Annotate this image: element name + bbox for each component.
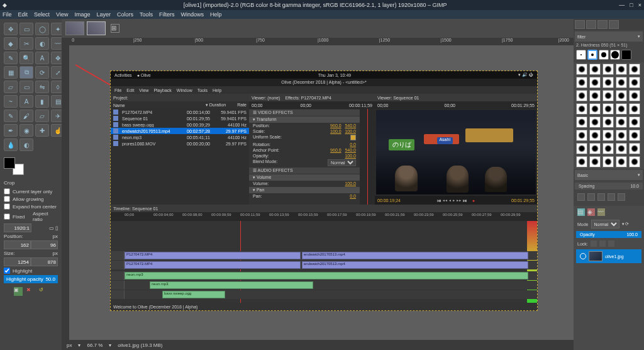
tool-opt-restore-icon[interactable]: ↺: [39, 287, 48, 296]
brush-item[interactable]: [589, 64, 601, 75]
paths-tab-icon[interactable]: 〰: [597, 208, 605, 216]
maximize-button[interactable]: □: [630, 2, 633, 8]
tool-warp[interactable]: ~: [4, 95, 18, 108]
brush-item[interactable]: [576, 103, 587, 115]
brush-preset[interactable]: [587, 50, 597, 60]
lock-position-icon[interactable]: [608, 240, 614, 247]
brush-item[interactable]: [616, 90, 627, 101]
brush-item[interactable]: [589, 77, 601, 88]
menu-windows[interactable]: Windows: [180, 11, 204, 18]
brush-item[interactable]: [629, 156, 640, 167]
tool-text[interactable]: A: [19, 95, 33, 108]
layer-opacity[interactable]: Opacity100.0: [576, 231, 641, 238]
brush-preset[interactable]: [621, 50, 631, 60]
tool-perspective[interactable]: ▭: [19, 81, 33, 93]
size-unit[interactable]: px: [53, 251, 58, 256]
brush-dock-tabs[interactable]: [574, 19, 644, 30]
tool-move[interactable]: ✥: [4, 23, 18, 35]
tool-clone[interactable]: ◉: [19, 124, 33, 137]
fg-bg-colors[interactable]: [4, 157, 24, 175]
tool-heal[interactable]: ✚: [35, 124, 49, 137]
tool-scissors[interactable]: ✂: [19, 37, 33, 50]
tool-flip[interactable]: ⇋: [35, 81, 49, 93]
brush-item[interactable]: [589, 156, 601, 167]
doc-tab-2[interactable]: [87, 21, 106, 35]
brush-item[interactable]: [602, 143, 614, 154]
brush-item[interactable]: [576, 90, 587, 101]
layer-dock-tabs[interactable]: ▤ ◈ 〰: [574, 206, 644, 218]
menu-tools[interactable]: Tools: [140, 11, 153, 18]
layers-tab-icon[interactable]: ▤: [577, 208, 585, 216]
pos-y-input[interactable]: 96: [31, 240, 58, 249]
brush-item[interactable]: [629, 77, 640, 88]
tool-zoom[interactable]: 🔍: [19, 52, 33, 64]
layer-visibility-icon[interactable]: [580, 253, 586, 259]
tool-shear[interactable]: ▱: [4, 81, 18, 93]
tool-bucket[interactable]: ▮: [35, 95, 49, 108]
brush-new-icon[interactable]: [587, 193, 595, 201]
main-menubar[interactable]: File Edit Select View Image Layer Colors…: [0, 10, 644, 19]
menu-image[interactable]: Image: [74, 11, 90, 18]
menu-file[interactable]: File: [3, 11, 12, 18]
brush-preset[interactable]: [576, 50, 586, 60]
brush-item[interactable]: [589, 103, 601, 115]
lock-alpha-icon[interactable]: [599, 240, 606, 247]
menu-select[interactable]: Select: [34, 11, 50, 18]
tool-color-select[interactable]: ◆: [4, 37, 18, 50]
menu-colors[interactable]: Colors: [117, 11, 133, 18]
brush-item[interactable]: [602, 156, 614, 167]
brushes-tab-icon[interactable]: [575, 20, 585, 29]
tool-free-select[interactable]: ◯: [35, 23, 49, 35]
position-unit[interactable]: px: [53, 234, 58, 239]
opt-current-layer[interactable]: [4, 188, 10, 195]
patterns-tab-icon[interactable]: [586, 20, 596, 29]
layer-name[interactable]: olive1.jpg: [605, 254, 624, 259]
brush-edit-icon[interactable]: [577, 193, 585, 201]
aspect-value-input[interactable]: 1920:1: [4, 223, 31, 232]
brush-item[interactable]: [602, 64, 614, 75]
canvas[interactable]: Activities ● Olive Thu Jan 3, 10:49 ▾ 🔊 …: [69, 45, 574, 340]
tool-paintbrush[interactable]: 🖌: [19, 110, 33, 122]
brush-item[interactable]: [616, 116, 627, 128]
opt-highlight[interactable]: [4, 268, 10, 274]
tool-rotate[interactable]: ⟳: [35, 66, 49, 79]
brush-item[interactable]: [576, 116, 587, 128]
brush-item[interactable]: [602, 103, 614, 115]
brush-grid[interactable]: [574, 62, 644, 169]
brush-item[interactable]: [576, 64, 587, 75]
tool-eraser[interactable]: ▱: [35, 110, 49, 122]
single-window-icon[interactable]: ⊞: [111, 24, 119, 33]
tool-measure[interactable]: A: [35, 52, 49, 64]
size-h-input[interactable]: 878: [31, 257, 58, 266]
brush-item[interactable]: [629, 116, 640, 128]
status-unit[interactable]: px: [67, 342, 72, 348]
opt-expand-center[interactable]: [4, 203, 10, 210]
brush-item[interactable]: [629, 130, 640, 141]
brush-item[interactable]: [602, 130, 614, 141]
brush-item[interactable]: [616, 103, 627, 115]
tool-ink[interactable]: ✒: [4, 124, 18, 137]
opt-allow-growing[interactable]: [4, 196, 10, 202]
layer-item[interactable]: olive1.jpg: [576, 249, 641, 263]
brush-item[interactable]: [616, 64, 627, 75]
brush-dup-icon[interactable]: [597, 193, 605, 201]
tool-rect-select[interactable]: ▭: [19, 23, 33, 35]
brush-item[interactable]: [616, 130, 627, 141]
brush-item[interactable]: [602, 116, 614, 128]
minimize-button[interactable]: —: [619, 2, 625, 8]
doc-tab-1[interactable]: [65, 21, 84, 35]
status-zoom[interactable]: 66.7 %: [87, 342, 103, 348]
brush-preset[interactable]: [599, 50, 609, 60]
ruler-horizontal[interactable]: 0 |250 |500 |750 |1000 |1250 |1500 |1750…: [62, 38, 574, 45]
brush-del-icon[interactable]: [608, 193, 615, 201]
fg-color[interactable]: [4, 157, 15, 169]
brush-preset-select[interactable]: Basic: [577, 173, 588, 178]
brush-size-row[interactable]: [576, 50, 641, 60]
brush-item[interactable]: [616, 143, 627, 154]
lock-pixels-icon[interactable]: [591, 240, 597, 247]
brush-item[interactable]: [629, 64, 640, 75]
menu-edit[interactable]: Edit: [18, 11, 28, 18]
highlight-opacity-bar[interactable]: Highlight opacity50.0: [4, 275, 58, 283]
brush-item[interactable]: [629, 143, 640, 154]
brush-filter[interactable]: filter: [577, 35, 638, 39]
